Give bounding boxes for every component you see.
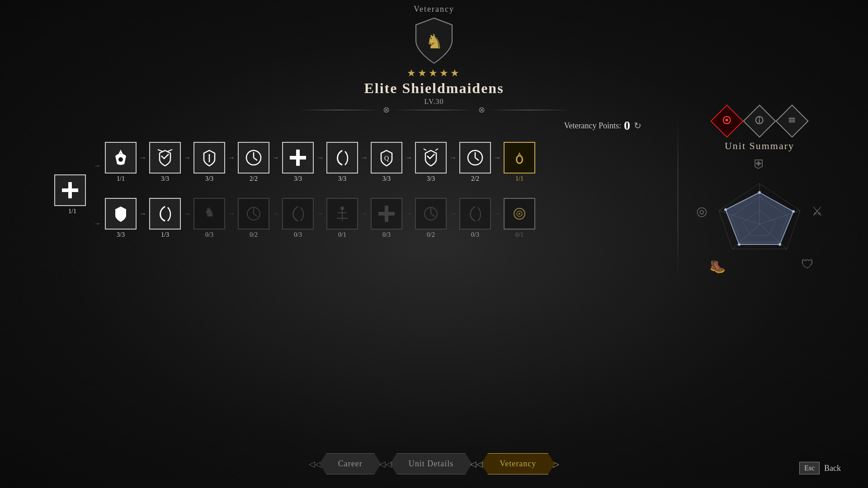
skill-node[interactable]: 1/3 xyxy=(149,198,181,239)
bottom-nav: ◁◁ Career ◁◁ Unit Details ◁◁ Veterancy ▷ xyxy=(309,453,559,474)
skill-node[interactable]: 3/3 xyxy=(149,142,181,183)
start-node[interactable] xyxy=(54,174,86,206)
target-icon: ◎ xyxy=(696,204,707,219)
svg-point-3 xyxy=(118,157,123,162)
svg-line-28 xyxy=(431,214,434,216)
svg-point-20 xyxy=(340,206,344,210)
skill-node[interactable]: 0/3 xyxy=(282,198,314,239)
vertical-separator xyxy=(678,118,678,278)
svg-point-15 xyxy=(517,156,522,163)
unit-name: Elite Shieldmaidens xyxy=(364,80,504,97)
divider-right: ⊗ xyxy=(478,105,485,115)
skill-node[interactable]: 3/3 xyxy=(193,142,225,183)
skill-tree: Veterancy Points: 0 ↻ 1/1 xyxy=(36,118,669,278)
skill-node[interactable]: 3/3 xyxy=(282,142,314,183)
tab-list-icon xyxy=(787,115,797,127)
skill-node-highlighted[interactable]: 1/1 xyxy=(504,142,535,183)
nav-arrow-left: ◁◁ xyxy=(309,459,321,469)
skill-row-top: 1/1 → 3/3 xyxy=(102,142,538,183)
panel-tabs xyxy=(715,109,804,133)
skill-node[interactable]: 1/1 xyxy=(105,142,137,183)
skill-node[interactable]: ♞ 0/3 xyxy=(193,198,225,239)
skill-row-bottom: 3/3 → 1/3 xyxy=(102,198,538,239)
boot-icon: 🥾 xyxy=(710,259,726,274)
svg-point-50 xyxy=(792,210,795,213)
vp-value: 0 xyxy=(624,118,630,133)
skill-node[interactable]: 3/3 xyxy=(415,142,447,183)
unit-level: LV.30 xyxy=(425,98,444,106)
tab-unit-details-label: Unit Details xyxy=(409,459,454,469)
tab-unit-details[interactable]: Unit Details xyxy=(390,453,472,474)
start-node-count: 1/1 xyxy=(68,208,76,215)
tab-info-icon xyxy=(755,115,764,127)
tab-summary[interactable] xyxy=(710,104,744,138)
svg-point-31 xyxy=(519,213,520,215)
right-panel: Unit Summary ⛨ xyxy=(687,109,832,278)
tab-summary-icon xyxy=(722,115,732,127)
nav-separator-2: ◁◁ xyxy=(470,459,483,469)
radar-chart: ⛨ xyxy=(701,161,818,278)
skill-node[interactable]: 0/3 xyxy=(371,198,402,239)
tab-veterancy[interactable]: Veterancy xyxy=(481,453,555,474)
skill-node[interactable]: Q 3/3 xyxy=(371,142,402,183)
skill-node-last[interactable]: 0/1 xyxy=(504,198,535,239)
skill-node[interactable]: 2/2 xyxy=(238,142,269,183)
skill-node[interactable]: 0/2 xyxy=(238,198,269,239)
svg-text:♞: ♞ xyxy=(204,205,215,219)
svg-point-33 xyxy=(726,119,728,122)
unit-summary-title: Unit Summary xyxy=(725,140,794,152)
shield-emblem: ♞ xyxy=(411,16,457,66)
svg-point-53 xyxy=(724,208,727,211)
tab-veterancy-label: Veterancy xyxy=(500,459,536,469)
tab-info[interactable] xyxy=(743,104,776,138)
svg-line-19 xyxy=(254,214,257,216)
svg-rect-25 xyxy=(378,212,395,216)
skill-node[interactable]: 0/1 xyxy=(326,198,358,239)
skill-tree-area: 1/1 → → xyxy=(36,142,669,248)
skill-node[interactable]: 2/2 xyxy=(459,142,491,183)
skill-node[interactable]: 0/2 xyxy=(415,198,447,239)
back-label: Back xyxy=(824,464,841,473)
svg-rect-2 xyxy=(62,188,78,192)
svg-marker-48 xyxy=(726,192,793,244)
svg-line-13 xyxy=(475,158,479,160)
divider-left: ⊗ xyxy=(383,105,390,115)
svg-rect-9 xyxy=(290,156,306,160)
esc-key: Esc xyxy=(799,462,820,474)
svg-point-52 xyxy=(738,243,741,246)
svg-point-51 xyxy=(778,243,781,246)
svg-point-49 xyxy=(758,191,761,194)
veterancy-label: Veterancy xyxy=(414,5,454,14)
unit-stars: ★★★★★ xyxy=(407,67,461,79)
skill-node[interactable]: 0/3 xyxy=(459,198,491,239)
refresh-icon[interactable]: ↻ xyxy=(634,120,642,131)
skill-node[interactable]: 3/3 xyxy=(105,198,137,239)
swords-icon: ⚔ xyxy=(811,204,823,219)
shield-icon: 🛡 xyxy=(801,257,814,272)
tab-list[interactable] xyxy=(775,104,809,138)
skill-node[interactable]: 3/3 xyxy=(326,142,358,183)
nav-separator-1: ◁◁ xyxy=(379,459,392,469)
esc-back-button[interactable]: Esc Back xyxy=(799,462,841,474)
svg-text:♞: ♞ xyxy=(425,31,443,53)
svg-text:Q: Q xyxy=(384,155,389,162)
vp-label: Veterancy Points: xyxy=(564,121,621,131)
tab-career[interactable]: Career xyxy=(320,453,381,474)
svg-point-35 xyxy=(759,117,760,118)
svg-line-7 xyxy=(254,158,257,160)
helmet-icon: ⛨ xyxy=(753,156,766,171)
tab-career-label: Career xyxy=(338,459,363,469)
